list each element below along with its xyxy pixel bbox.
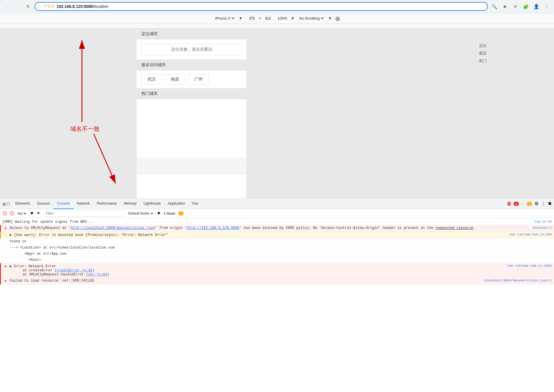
search-button[interactable]: 🔍 [490,2,498,11]
address-bar[interactable]: △ 不安全 192.168.8.120:8080/location [35,2,488,11]
devtools-close-button[interactable]: ✖ [548,201,552,206]
zoom-level: 100% [277,16,287,20]
levels-select[interactable]: Default levels [127,211,154,216]
error-icon-3: ✖ [3,279,8,283]
tab-console[interactable]: Console [54,198,73,209]
dimension-box: × [246,16,274,21]
console-line-hmr: [HMR] Waiting for update signal from WDS… [0,219,554,225]
issue-label: 1 Issue: [164,211,176,215]
reload-button[interactable]: ↻ [24,2,32,11]
back-button[interactable]: ← [3,2,11,11]
locate-fail-button[interactable]: 定位失败，请点击重试 [141,44,242,55]
device-toggle-button[interactable]: □ [7,201,9,206]
extensions-button[interactable]: 🧩 [522,2,530,11]
ruler [0,24,554,28]
forward-button[interactable]: → [13,2,22,11]
error-icon-1: ✖ [3,226,8,231]
svg-text:域名不一致: 域名不一致 [70,126,100,132]
console-line-cors: ✖ Access to XMLHttpRequest at 'http://lo… [0,225,554,232]
devtools-panel: ◎ □ Elements Sources Console Network Per… [0,198,554,392]
main-area: 域名不一致 定位城市 定位失败，请点击重试 最近访问城市 武汉 南昌 [0,28,554,198]
city-btn-wuhan[interactable]: 武汉 [141,74,162,85]
tab-sources[interactable]: Sources [34,198,54,209]
console-line-location-component: ---> <Location> at src/views/location/lo… [0,245,554,251]
location-section-1: 定位城市 定位失败，请点击重试 [137,28,246,59]
tab-memory[interactable]: Memory [120,198,140,209]
svg-line-2 [94,134,116,184]
tab-elements[interactable]: Elements [12,198,33,209]
console-line-network-error: ✖ ▶ Error: Network Error at createError … [0,263,554,278]
tab-network[interactable]: Network [73,198,93,209]
devtools-more-button[interactable]: ⋮ [541,201,546,206]
recent-cities-grid: 武汉 南昌 广州 [137,71,246,88]
locate-btn-container: 定位失败，请点击重试 [137,40,246,59]
tab-performance[interactable]: Performance [93,198,121,209]
filter-input[interactable] [43,210,125,217]
eye-button[interactable]: 👁 [37,211,40,215]
section-header-2: 最近访问城市 [137,59,246,71]
console-line-found-in: found in [0,239,554,245]
console-line-app-component: <App> at src/App.vue [0,251,554,257]
right-anchor-labels: 定位 最近 热门 [479,43,487,64]
chrome-right-icons: 🔍 ★ V 🧩 👤 ⋮ [490,2,551,11]
section-header-3: 热门城市 [137,88,246,99]
issue-count-badge: 1 [178,211,183,215]
ublock-icon[interactable]: V [511,2,519,11]
security-warning-icon: △ [39,4,42,9]
chrome-top-bar: ← → ↻ △ 不安全 192.168.8.120:8080/location … [0,0,554,13]
error-badge: 4 [514,202,519,206]
city-btn-nanchang[interactable]: 南昌 [165,74,185,85]
devtools-left-icons: ◎ □ [2,201,9,206]
devtools-tabs: ◎ □ Elements Sources Console Network Per… [0,198,554,209]
tab-vue[interactable]: Vue [188,198,202,209]
throttle-select[interactable]: No throttling [298,16,325,21]
location-section-2: 最近访问城市 武汉 南昌 广州 [137,59,246,88]
sensor-button[interactable]: ◎ [335,15,340,22]
error-icon-2: ✖ [3,264,8,269]
warn-icon-1: ⚠ [3,233,8,237]
console-line-root-component: <Root> [0,257,554,263]
console-clear-button[interactable]: 🚫 [2,211,7,215]
location-section-3: 热门城市 [137,88,246,158]
address-text: 192.168.8.120:8080/location [56,4,109,9]
device-toolbar: iPhone X ▼ × 100% ▼ No throttling ▼ ◎ [0,13,554,24]
menu-button[interactable]: ⋮ [543,2,551,11]
city-btn-guangzhou[interactable]: 广州 [188,74,209,85]
profile-button[interactable]: 👤 [532,2,541,11]
hot-cities-area [137,99,246,158]
devtools-settings-button[interactable]: ⚙ [534,201,538,206]
mobile-viewport: 定位城市 定位失败，请点击重试 最近访问城市 武汉 南昌 广州 [137,28,246,198]
width-input[interactable] [246,16,258,21]
security-warning-text: 不安全 [43,4,55,9]
console-output: [HMR] Waiting for update signal from WDS… [0,218,554,392]
console-ban-button[interactable]: 🚫 [9,211,14,215]
inspect-element-button[interactable]: ◎ [2,201,6,206]
console-toolbar: 🚫 🚫 top ▼ 👁 Default levels ▼ 1 Issue: 1 [0,209,554,218]
devtools-right-icons: ⛔ 4 ⚠ 1 ⚙ ⋮ ✖ [507,201,552,206]
device-select[interactable]: iPhone X [214,16,235,21]
tab-application[interactable]: Application [164,198,188,209]
height-input[interactable] [262,16,274,21]
warning-badge: 1 [527,202,532,206]
dimension-cross: × [259,16,261,20]
location-page: 定位城市 定位失败，请点击重试 最近访问城市 武汉 南昌 广州 [137,28,246,175]
context-select[interactable]: top [16,211,27,216]
bookmark-button[interactable]: ★ [501,2,509,11]
section-header-1: 定位城市 [137,28,246,40]
tab-lighthouse[interactable]: Lighthouse [140,198,164,209]
console-line-failed-load: ✖ Failed to load resource: net::ERR_FAIL… [0,278,554,285]
annotation-svg: 域名不一致 [0,28,554,198]
console-line-vue-warn: ⚠ ▶ [Vue warn]: Error in mounted hook (P… [0,232,554,239]
